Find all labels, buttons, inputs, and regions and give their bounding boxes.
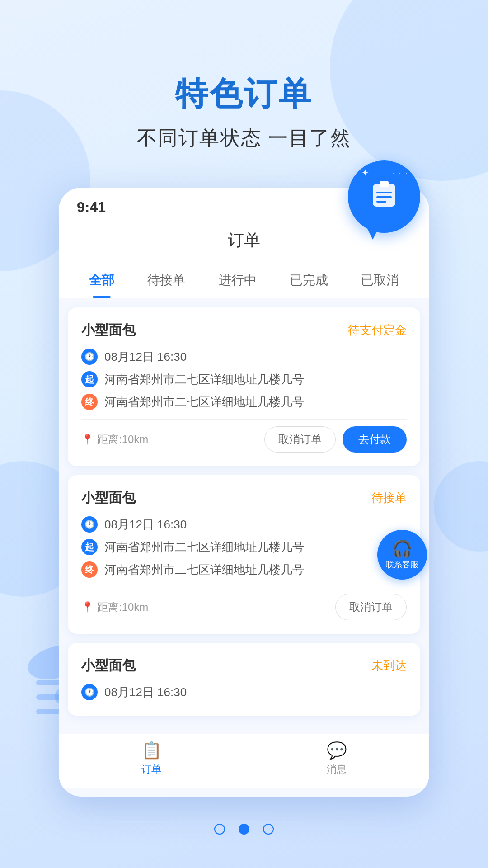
dot-3[interactable] [263,824,274,835]
order-1-distance: 📍 距离:10km [81,432,148,447]
order-3-time-row: 🕐 08月12日 16:30 [81,684,407,700]
order-card-1-header: 小型面包 待支付定金 [81,321,407,340]
order-1-time-icon: 🕐 [81,349,98,365]
headset-icon: 🎧 [392,539,413,558]
order-card-2-header: 小型面包 待接单 [81,489,407,507]
order-2-footer: 📍 距离:10km 取消订单 [81,587,407,620]
customer-service-button[interactable]: 🎧 联系客服 [377,530,427,580]
dot-2[interactable] [239,824,249,835]
order-1-end: 河南省郑州市二七区详细地址几楼几号 [104,394,304,410]
phone-screen: 9:41 订单 全部 [59,188,429,797]
order-card-2: 🎧 联系客服 小型面包 待接单 🕐 08月12日 16:30 起 河南省郑州市二… [68,475,420,634]
order-1-end-icon: 终 [81,394,98,410]
tab-completed[interactable]: 已完成 [286,263,333,298]
order-2-start-row: 起 河南省郑州市二七区详细地址几楼几号 [81,539,407,555]
order-2-distance: 📍 距离:10km [81,600,148,614]
order-2-actions: 取消订单 [335,594,407,620]
tab-pending-order[interactable]: 待接单 [143,263,190,298]
orders-nav-icon: 📋 [141,741,162,760]
svg-rect-2 [376,192,392,193]
order-3-type: 小型面包 [81,656,136,675]
order-2-end-icon: 终 [81,561,98,578]
order-2-time: 08月12日 16:30 [104,517,187,533]
app-title: 订单 [228,231,260,249]
nav-messages[interactable]: 💬 消息 [327,741,347,776]
svg-rect-0 [373,184,395,207]
order-2-type: 小型面包 [81,489,136,507]
order-1-time: 08月12日 16:30 [104,349,187,365]
bg-decoration-4 [434,461,488,552]
order-1-time-row: 🕐 08月12日 16:30 [81,349,407,365]
order-3-time-icon: 🕐 [81,684,98,700]
cancel-order-2-button[interactable]: 取消订单 [335,594,407,620]
order-2-start: 河南省郑州市二七区详细地址几楼几号 [104,539,304,555]
order-list: 小型面包 待支付定金 🕐 08月12日 16:30 起 河南省郑州市二七区详细地… [59,298,429,734]
location-icon: 📍 [81,434,94,445]
order-1-start-icon: 起 [81,371,98,387]
order-1-end-row: 终 河南省郑州市二七区详细地址几楼几号 [81,394,407,410]
svg-rect-1 [380,181,389,187]
floating-app-icon: ✦ · · · [348,160,420,233]
svg-rect-3 [376,196,392,198]
tab-all[interactable]: 全部 [84,263,119,298]
order-3-time: 08月12日 16:30 [104,684,187,700]
page-title: 特色订单 [0,72,488,116]
order-1-footer: 📍 距离:10km 取消订单 去付款 [81,419,407,453]
dot-1[interactable] [214,824,225,835]
order-2-end: 河南省郑州市二七区详细地址几楼几号 [104,562,304,578]
order-2-time-icon: 🕐 [81,516,98,533]
phone-mockup: ✦ · · · 9:41 [59,188,429,797]
dots-icon: · · · [392,170,409,178]
order-card-3-header: 小型面包 未到达 [81,656,407,675]
nav-orders[interactable]: 📋 订单 [141,741,162,776]
pagination [0,797,488,853]
status-time: 9:41 [77,199,106,216]
order-1-actions: 取消订单 去付款 [264,426,407,453]
order-1-start-row: 起 河南省郑州市二七区详细地址几楼几号 [81,371,407,387]
clipboard-icon [368,177,400,216]
order-card-3: 小型面包 未到达 🕐 08月12日 16:30 [68,643,420,716]
page-header: 特色订单 不同订单状态 一目了然 [0,0,488,170]
bottom-navigation: 📋 订单 💬 消息 [59,734,429,788]
tabs-container: 全部 待接单 进行中 已完成 已取消 [59,263,429,298]
order-3-status: 未到达 [371,658,407,674]
order-1-status: 待支付定金 [348,322,407,338]
page-subtitle: 不同订单状态 一目了然 [0,125,488,151]
order-2-start-icon: 起 [81,539,98,555]
messages-nav-icon: 💬 [327,741,347,760]
svg-rect-4 [376,201,386,203]
order-card-1: 小型面包 待支付定金 🕐 08月12日 16:30 起 河南省郑州市二七区详细地… [68,307,420,466]
tab-cancelled[interactable]: 已取消 [357,263,404,298]
order-2-end-row: 终 河南省郑州市二七区详细地址几楼几号 [81,561,407,578]
star-icon: ✦ [361,167,369,178]
order-1-type: 小型面包 [81,321,136,340]
cs-label: 联系客服 [386,560,418,570]
messages-nav-label: 消息 [327,763,347,776]
order-2-status: 待接单 [371,490,407,506]
location-icon-2: 📍 [81,601,94,613]
order-1-start: 河南省郑州市二七区详细地址几楼几号 [104,372,304,387]
tab-in-progress[interactable]: 进行中 [214,263,261,298]
order-2-time-row: 🕐 08月12日 16:30 [81,516,407,533]
orders-nav-label: 订单 [141,763,161,776]
pay-order-1-button[interactable]: 去付款 [343,426,407,453]
cancel-order-1-button[interactable]: 取消订单 [264,426,336,453]
